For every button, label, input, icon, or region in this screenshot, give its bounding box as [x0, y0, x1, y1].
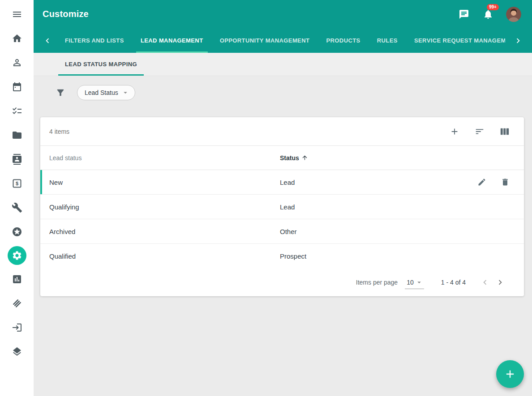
previous-page-button[interactable] — [477, 275, 493, 290]
items-per-page-select[interactable]: 10 — [405, 276, 424, 289]
column-header-status[interactable]: Status — [280, 154, 524, 162]
sidebar-item-companies[interactable] — [7, 149, 27, 169]
table-row[interactable]: Archived Other — [40, 219, 524, 244]
layers-icon — [12, 346, 22, 357]
lead-status-cell: Qualifying — [40, 203, 280, 211]
sidebar-item-scoring[interactable] — [7, 222, 27, 242]
contacts-book-icon — [12, 154, 22, 165]
filter-button[interactable] — [54, 86, 67, 99]
sidebar-item-settings[interactable] — [8, 246, 26, 265]
folder-icon — [12, 130, 22, 141]
sidebar-item-deals[interactable]: $ — [7, 174, 27, 193]
tabs-scroll-left-button[interactable] — [38, 28, 57, 53]
lead-status-cell: Qualified — [40, 252, 280, 260]
lead-status-cell: Archived — [40, 228, 280, 235]
sidebar-item-contacts[interactable] — [7, 53, 27, 72]
tab-lead-status-mapping[interactable]: LEAD STATUS MAPPING — [58, 53, 144, 76]
add-fab[interactable] — [496, 360, 524, 388]
tags-icon — [12, 298, 22, 309]
app-window: $ Customize — [0, 0, 532, 396]
edit-row-button[interactable] — [476, 177, 487, 187]
delete-row-button[interactable] — [500, 177, 511, 187]
sidebar: $ — [0, 0, 34, 396]
card-toolbar: 4 items — [40, 117, 524, 146]
avatar[interactable] — [506, 7, 521, 22]
sidebar-item-calendar[interactable] — [7, 77, 27, 97]
row-actions — [476, 177, 524, 187]
notifications-badge: 99+ — [487, 4, 499, 10]
signin-icon — [12, 322, 22, 333]
header-actions: 99+ — [458, 7, 521, 22]
sidebar-item-tasks[interactable] — [7, 101, 27, 121]
page-range-label: 1 - 4 of 4 — [441, 279, 466, 286]
table-row[interactable]: Qualified Prospect — [40, 244, 524, 268]
sidebar-item-files[interactable] — [7, 125, 27, 145]
menu-icon — [12, 9, 22, 20]
chat-icon — [459, 9, 469, 20]
chat-button[interactable] — [458, 8, 470, 21]
sidebar-item-home[interactable] — [7, 29, 27, 48]
checklist-icon — [12, 106, 22, 116]
status-cell: Lead — [280, 179, 476, 186]
tab-service-request-management[interactable]: SERVICE REQUEST MANAGEMENT — [410, 28, 505, 53]
tools-icon — [12, 202, 22, 213]
svg-text:$: $ — [15, 181, 18, 186]
sort-button[interactable] — [474, 126, 485, 137]
chevron-down-icon — [121, 89, 129, 97]
page-title: Customize — [43, 9, 89, 19]
items-per-page-label: Items per page — [356, 279, 398, 286]
top-header: Customize 99+ — [34, 0, 532, 28]
column-header-status-label: Status — [280, 154, 299, 162]
tab-rules[interactable]: RULES — [373, 28, 402, 53]
tabs-scroll-right-button[interactable] — [509, 28, 528, 53]
table-header: Lead status Status — [40, 146, 524, 170]
status-cell: Other — [280, 228, 524, 235]
customize-tabs: FILTERS AND LISTS LEAD MANAGEMENT OPPORT… — [57, 28, 509, 53]
items-count: 4 items — [49, 128, 69, 135]
tab-filters-and-lists[interactable]: FILTERS AND LISTS — [60, 28, 129, 53]
bell-icon — [483, 9, 493, 20]
next-page-button[interactable] — [493, 275, 508, 290]
tab-products[interactable]: PRODUCTS — [322, 28, 365, 53]
toolbar-icons — [449, 126, 511, 137]
sidebar-item-signin[interactable] — [7, 318, 27, 337]
sidebar-item-tools[interactable] — [7, 198, 27, 217]
stars-icon — [12, 226, 22, 237]
items-per-page-value: 10 — [407, 279, 414, 286]
edit-icon — [477, 178, 486, 187]
chevron-left-icon — [480, 277, 490, 287]
sidebar-item-tags[interactable] — [7, 294, 27, 313]
chevron-right-icon — [495, 277, 505, 287]
delete-icon — [501, 178, 510, 187]
sub-tabbar: LEAD STATUS MAPPING — [34, 53, 532, 76]
lead-status-card: 4 items Lead status — [40, 117, 524, 296]
contact-icon — [12, 57, 22, 68]
filter-icon — [56, 88, 65, 98]
sort-ascending-icon — [301, 154, 308, 161]
tab-lead-management[interactable]: LEAD MANAGEMENT — [136, 28, 208, 53]
settings-icon — [12, 250, 22, 261]
table-row[interactable]: New Lead — [40, 170, 524, 195]
menu-button[interactable] — [7, 4, 27, 24]
columns-button[interactable] — [499, 126, 511, 137]
notifications-button[interactable]: 99+ — [482, 8, 494, 21]
sidebar-item-reports[interactable] — [7, 269, 27, 289]
filter-bar: Lead Status — [34, 76, 532, 109]
pagination: Items per page 10 1 - 4 of 4 — [40, 268, 524, 296]
sidebar-item-layers[interactable] — [7, 342, 27, 362]
table-row[interactable]: Qualifying Lead — [40, 195, 524, 219]
add-icon — [450, 127, 459, 136]
main-area: Customize 99+ — [34, 0, 532, 396]
chevron-left-icon — [43, 36, 52, 46]
reports-icon — [12, 274, 22, 285]
tab-opportunity-management[interactable]: OPPORTUNITY MANAGEMENT — [215, 28, 314, 53]
avatar-image — [506, 7, 521, 22]
lead-status-filter-chip[interactable]: Lead Status — [77, 85, 135, 100]
column-header-lead-status[interactable]: Lead status — [40, 154, 280, 162]
home-icon — [12, 33, 22, 44]
add-row-button[interactable] — [449, 126, 460, 137]
filter-chip-label: Lead Status — [85, 89, 118, 96]
content-area: 4 items Lead status — [34, 109, 532, 396]
status-cell: Lead — [280, 203, 524, 211]
columns-icon — [500, 127, 510, 136]
